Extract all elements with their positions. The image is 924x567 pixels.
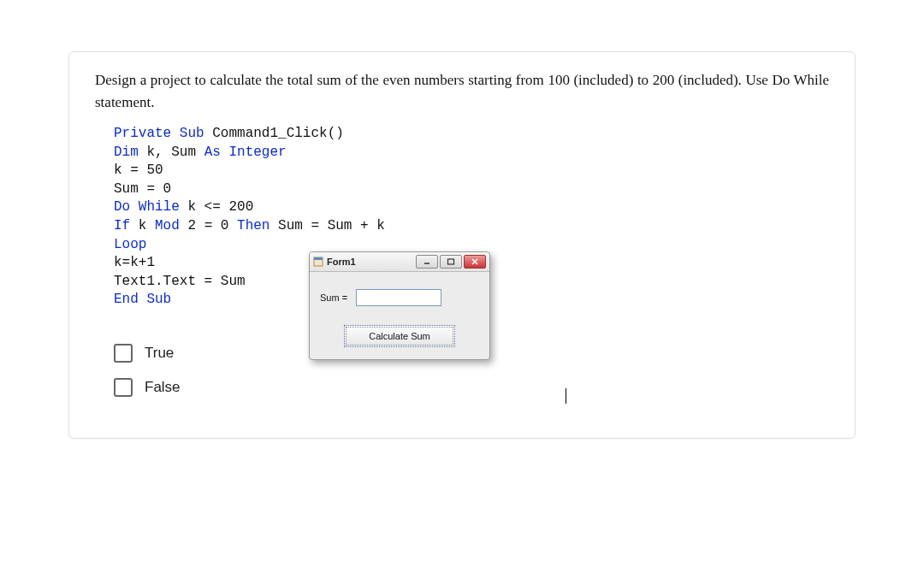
form-window: Form1 Sum = Calculate Sum [309, 251, 490, 360]
kw-do-while: Do While [114, 199, 180, 215]
sum-label: Sum = [320, 292, 347, 303]
code-l6d: 2 = 0 [180, 218, 237, 233]
answer-false-label: False [145, 379, 181, 396]
svg-rect-3 [448, 259, 454, 264]
kw-as-integer: As Integer [204, 145, 287, 160]
code-l4: Sum = 0 [114, 181, 171, 197]
kw-mod: Mod [155, 218, 180, 233]
question-text: Design a project to calculate the total … [95, 69, 829, 113]
kw-if: If [114, 218, 130, 233]
code-l9: Text1.Text = Sum [114, 274, 246, 289]
code-l1b: Command1_Click() [204, 126, 344, 141]
question-card: Design a project to calculate the total … [68, 51, 856, 439]
checkbox-true[interactable] [114, 344, 133, 363]
maximize-button[interactable] [440, 255, 462, 269]
minimize-button[interactable] [416, 255, 438, 269]
content-row: Private Sub Command1_Click() Dim k, Sum … [95, 125, 829, 310]
form-body: Sum = Calculate Sum [310, 272, 489, 359]
kw-dim: Dim [114, 145, 139, 160]
answer-true-label: True [145, 345, 174, 362]
sum-input[interactable] [356, 289, 441, 306]
kw-end-sub: End Sub [114, 292, 171, 307]
kw-private-sub: Private Sub [114, 126, 204, 141]
titlebar: Form1 [310, 252, 489, 272]
code-l2b: k, Sum [139, 145, 204, 160]
code-l6b: k [130, 218, 155, 233]
answer-false-row[interactable]: False [114, 378, 829, 397]
code-l6f: Sum = Sum + k [270, 218, 384, 233]
close-button[interactable] [464, 255, 486, 269]
kw-then: Then [237, 218, 270, 233]
app-icon [313, 257, 323, 267]
checkbox-false[interactable] [114, 378, 133, 397]
form-title: Form1 [327, 257, 414, 267]
calculate-sum-button[interactable]: Calculate Sum [344, 325, 455, 347]
svg-rect-1 [314, 257, 323, 260]
text-cursor [566, 388, 566, 404]
sum-field-row: Sum = [320, 289, 479, 306]
kw-loop: Loop [114, 237, 146, 252]
code-l5b: k <= 200 [180, 199, 253, 215]
code-l8: k=k+1 [114, 255, 155, 270]
code-l3: k = 50 [114, 162, 163, 178]
